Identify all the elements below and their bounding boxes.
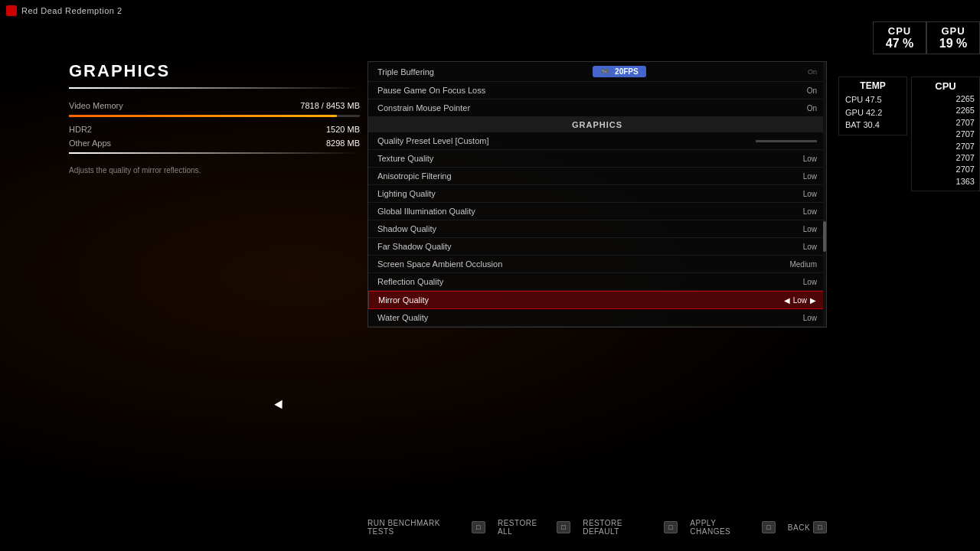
ssao-row[interactable]: Screen Space Ambient Occlusion Medium [368, 256, 826, 273]
quality-preset-row[interactable]: Quality Preset Level [Custom] [368, 132, 826, 150]
shadow-quality-label: Shadow Quality [377, 224, 803, 233]
restore-all-key: □ [557, 521, 570, 533]
mirror-quality-arrow-right[interactable]: ▶ [810, 296, 816, 305]
restore-all-btn[interactable]: Restore All □ [498, 519, 570, 536]
cpu-usage-box: CPU 47 % [873, 21, 926, 54]
ssao-value: Medium [789, 260, 817, 269]
mirror-quality-label: Mirror Quality [378, 295, 784, 305]
left-panel: Graphics Video Memory 7818 / 8453 MB HDR… [69, 61, 360, 174]
texture-quality-label: Texture Quality [377, 154, 803, 163]
hdr2-label: HDR2 [69, 125, 92, 134]
constrain-mouse-row[interactable]: Constrain Mouse Pointer On [368, 99, 826, 117]
cpu-freq-item: 2707 [916, 129, 975, 140]
run-benchmark-btn[interactable]: Run Benchmark Tests □ [368, 519, 485, 536]
constrain-mouse-value: On [807, 104, 817, 112]
temp-panel: TEMP CPU 47.5 GPU 42.2 BAT 30.4 [838, 77, 907, 135]
scrollbar-track[interactable] [823, 62, 826, 327]
pause-game-row[interactable]: Pause Game On Focus Loss On [368, 82, 826, 99]
cpu-stats-panel: CPU 22652265270727072707270727071363 [911, 77, 980, 191]
hud-topright: CPU 47 % GPU 19 % [873, 21, 980, 54]
shadow-quality-row[interactable]: Shadow Quality Low [368, 220, 826, 238]
temp-panel-title: TEMP [845, 80, 900, 91]
triple-buffering-label: Triple Buffering [377, 67, 434, 77]
cpu-freq-item: 1363 [916, 176, 975, 187]
restore-all-label: Restore All [498, 519, 554, 536]
far-shadow-label: Far Shadow Quality [377, 242, 803, 251]
texture-quality-value: Low [803, 155, 817, 163]
mirror-quality-current: Low [793, 296, 807, 305]
pause-game-value: On [807, 86, 817, 95]
far-shadow-row[interactable]: Far Shadow Quality Low [368, 238, 826, 256]
apply-changes-btn[interactable]: Apply Changes □ [690, 519, 776, 536]
settings-list: Triple Buffering 🎮 20FPS On Pause Game O… [368, 61, 827, 328]
run-benchmark-key: □ [472, 521, 485, 533]
cpu-freq-item: 2265 [916, 93, 975, 105]
anisotropic-row[interactable]: Anisotropic Filtering Low [368, 168, 826, 185]
scrollbar-thumb[interactable] [823, 221, 826, 252]
anisotropic-value: Low [803, 172, 817, 181]
triple-buffering-on: On [808, 68, 817, 76]
shadow-quality-value: Low [803, 225, 817, 233]
graphics-section-header: Graphics [368, 117, 826, 132]
setting-description: Adjusts the quality of mirror reflection… [69, 166, 360, 174]
bottom-toolbar: Run Benchmark Tests □ Restore All □ Rest… [368, 519, 827, 536]
global-illumination-value: Low [803, 207, 817, 216]
lighting-quality-value: Low [803, 190, 817, 198]
title-bar-text: Red Dead Redemption 2 [21, 6, 122, 15]
global-illumination-row[interactable]: Global Illumination Quality Low [368, 203, 826, 220]
apply-changes-label: Apply Changes [690, 519, 759, 536]
gpu-label: GPU [936, 25, 970, 37]
other-apps-value: 8298 MB [326, 139, 360, 148]
temp-bat: BAT 30.4 [845, 119, 900, 132]
reflection-quality-value: Low [803, 278, 817, 286]
hdr2-row: HDR2 1520 MB [69, 125, 360, 134]
mirror-quality-arrow-left[interactable]: ◀ [784, 296, 790, 305]
title-bar: Red Dead Redemption 2 [0, 0, 980, 21]
constrain-mouse-label: Constrain Mouse Pointer [377, 103, 807, 112]
reflection-quality-label: Reflection Quality [377, 277, 803, 286]
texture-quality-row[interactable]: Texture Quality Low [368, 150, 826, 168]
cpu-label: CPU [883, 25, 916, 37]
other-apps-row: Other Apps 8298 MB [69, 139, 360, 148]
back-btn[interactable]: Back □ [788, 521, 827, 533]
other-apps-label: Other Apps [69, 139, 111, 148]
gpu-value: 19 % [936, 37, 970, 51]
graphics-title: Graphics [69, 61, 360, 81]
video-memory-bar [69, 115, 360, 117]
lighting-quality-label: Lighting Quality [377, 189, 803, 198]
reflection-quality-row[interactable]: Reflection Quality Low [368, 273, 826, 291]
cpu-freq-item: 2707 [916, 117, 975, 129]
triple-buffering-value[interactable]: 🎮 20FPS [593, 66, 645, 77]
cpu-freq-item: 2707 [916, 141, 975, 152]
video-memory-label: Video Memory [69, 101, 123, 110]
cpu-freq-list: 22652265270727072707270727071363 [916, 93, 975, 187]
water-quality-row[interactable]: Water Quality Low [368, 309, 826, 327]
lighting-quality-row[interactable]: Lighting Quality Low [368, 185, 826, 203]
back-label: Back [788, 523, 810, 532]
restore-default-btn[interactable]: Restore Default □ [583, 519, 678, 536]
video-memory-value: 7818 / 8453 MB [300, 101, 360, 110]
water-quality-label: Water Quality [377, 313, 803, 322]
cpu-value: 47 % [883, 37, 916, 51]
triple-buffering-row[interactable]: Triple Buffering 🎮 20FPS On [368, 62, 826, 82]
water-quality-value: Low [803, 314, 817, 322]
back-key: □ [813, 521, 827, 533]
title-divider [69, 87, 360, 89]
quality-preset-slider[interactable] [756, 140, 817, 142]
title-bar-icon [6, 5, 17, 16]
mirror-quality-value[interactable]: ◀ Low ▶ [784, 296, 816, 305]
far-shadow-value: Low [803, 243, 817, 251]
cpu-freq-item: 2707 [916, 164, 975, 175]
pause-game-label: Pause Game On Focus Loss [377, 86, 807, 95]
cpu-freq-item: 2707 [916, 152, 975, 164]
global-illumination-label: Global Illumination Quality [377, 207, 803, 216]
video-memory-bar-fill [69, 115, 337, 117]
temp-cpu: CPU 47.5 [845, 93, 900, 106]
temp-gpu: GPU 42.2 [845, 106, 900, 119]
restore-default-key: □ [664, 521, 678, 533]
restore-default-label: Restore Default [583, 519, 661, 536]
mirror-quality-row[interactable]: Mirror Quality ◀ Low ▶ [368, 291, 826, 309]
cpu-freq-item: 2265 [916, 105, 975, 116]
hdr2-value: 1520 MB [326, 125, 360, 134]
right-panel[interactable]: Triple Buffering 🎮 20FPS On Pause Game O… [368, 61, 827, 328]
